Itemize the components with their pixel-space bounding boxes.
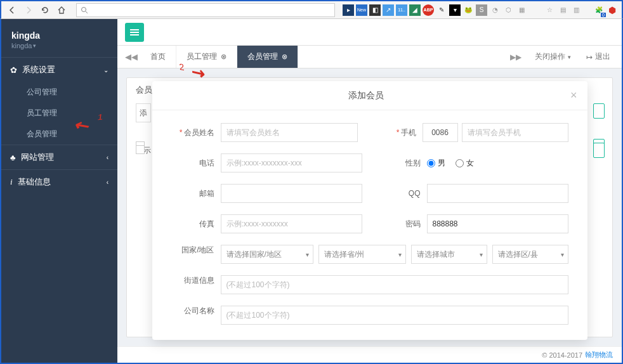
menu-system-settings[interactable]: ✿ 系统设置 ⌄: [1, 58, 117, 82]
content: 会员 添 显示 ↘2 ↖1: [117, 68, 622, 346]
ext-icon[interactable]: ⬢: [607, 4, 618, 16]
district-select[interactable]: 请选择区/县: [492, 245, 568, 264]
footer-link[interactable]: 翰翔物流: [585, 350, 613, 360]
sidebar: kingda kingda▾ ✿ 系统设置 ⌄ 公司管理 员工管理 会员管理 ♣…: [1, 19, 117, 363]
ext-icon[interactable]: S: [476, 4, 487, 16]
reload-button[interactable]: [38, 3, 52, 17]
company-label: 公司名称: [171, 306, 221, 325]
modal-title: 添加会员: [162, 90, 570, 101]
password-input[interactable]: [427, 214, 568, 233]
back-button[interactable]: [5, 3, 19, 17]
ext-icon[interactable]: 🐸: [462, 4, 474, 16]
tab-staff[interactable]: 员工管理⊗: [176, 46, 237, 68]
tabs-prev-button[interactable]: ◀◀: [122, 46, 140, 68]
tab-label: 首页: [150, 51, 166, 62]
phone-input[interactable]: [221, 153, 362, 172]
chevron-left-icon: ‹: [107, 179, 108, 186]
add-member-modal: 添加会员 × *会员姓名 *手机 0086: [152, 81, 587, 340]
ext-icon[interactable]: ABP: [423, 4, 434, 16]
ext-icon[interactable]: 0🧩: [593, 4, 605, 16]
ext-icon[interactable]: ▥: [570, 4, 582, 16]
brand-name: kingda: [11, 30, 107, 41]
browser-toolbar: ▸ New ◧ ↗ 11.. ◢ ABP ✎ ▾ 🐸 S ◔ ⬡ ▦ ☆ ▤ ▥…: [0, 0, 623, 19]
company-input[interactable]: [221, 306, 568, 325]
svg-line-1: [86, 11, 88, 13]
main-area: ◀◀ 首页 员工管理⊗ 会员管理⊗ ▶▶ 关闭操作▾ ↦退出 会员 添: [117, 19, 622, 363]
ext-icon[interactable]: ▾: [449, 4, 461, 16]
qq-label: QQ: [377, 189, 427, 198]
menu-label: 基础信息: [18, 176, 51, 188]
country-select[interactable]: 请选择国家/地区: [221, 245, 313, 264]
extension-icons: ▸ New ◧ ↗ 11.. ◢ ABP ✎ ▾ 🐸 S ◔ ⬡ ▦ ☆ ▤ ▥…: [343, 4, 618, 16]
tab-label: 会员管理: [247, 51, 278, 62]
ext-icon[interactable]: ⬡: [502, 4, 514, 16]
region-label: 国家/地区: [171, 245, 221, 264]
menu-item-member[interactable]: 会员管理: [1, 124, 117, 145]
ext-icon[interactable]: ▦: [516, 4, 527, 16]
forward-button[interactable]: [22, 3, 36, 17]
mobile-prefix[interactable]: 0086: [423, 123, 458, 142]
brand: kingda kingda▾: [1, 19, 117, 57]
info-icon: i: [10, 177, 13, 187]
name-input[interactable]: [221, 123, 358, 142]
email-label: 邮箱: [171, 188, 221, 199]
bookmark-icon[interactable]: ☆: [544, 4, 555, 16]
sitemap-icon: ♣: [10, 153, 16, 162]
ext-icon[interactable]: ◢: [409, 4, 421, 16]
modal-body: *会员姓名 *手机 0086: [152, 110, 587, 340]
close-operations[interactable]: 关闭操作▾: [530, 51, 576, 62]
chevron-down-icon: ⌄: [103, 67, 108, 74]
menu-website[interactable]: ♣ 网站管理 ‹: [1, 145, 117, 169]
hamburger-button[interactable]: [125, 23, 144, 42]
mobile-label: *手机: [373, 127, 423, 138]
menu-label: 网站管理: [21, 152, 54, 163]
fax-input[interactable]: [221, 214, 362, 233]
password-label: 密码: [377, 219, 427, 230]
street-label: 街道信息: [171, 275, 221, 294]
menu-label: 系统设置: [22, 64, 55, 75]
topbar: [117, 19, 622, 46]
menu-base-info[interactable]: i 基础信息 ‹: [1, 170, 117, 194]
menu-item-company[interactable]: 公司管理: [1, 82, 117, 103]
tab-home[interactable]: 首页: [140, 46, 176, 68]
province-select[interactable]: 请选择省/州: [318, 245, 406, 264]
tabbar: ◀◀ 首页 员工管理⊗ 会员管理⊗ ▶▶ 关闭操作▾ ↦退出: [117, 46, 622, 68]
url-bar[interactable]: [76, 3, 335, 17]
gender-male-radio[interactable]: 男: [427, 158, 445, 169]
city-select[interactable]: 请选择城市: [411, 245, 487, 264]
name-label: *会员姓名: [171, 127, 221, 138]
logout-icon: ↦: [586, 53, 593, 62]
mobile-input[interactable]: [462, 123, 568, 142]
gear-icon: ✿: [10, 65, 17, 75]
brand-subtitle[interactable]: kingda▾: [11, 42, 107, 49]
tabs-next-button[interactable]: ▶▶: [507, 53, 525, 62]
modal-overlay: 添加会员 × *会员姓名 *手机 0086: [117, 68, 622, 346]
street-input[interactable]: [221, 275, 568, 294]
qq-input[interactable]: [427, 184, 568, 203]
ext-icon[interactable]: 11..: [396, 4, 407, 16]
ext-icon[interactable]: ▸: [343, 4, 354, 16]
home-button[interactable]: [55, 3, 69, 17]
footer: © 2014-2017 翰翔物流: [117, 346, 622, 363]
gender-female-radio[interactable]: 女: [456, 158, 474, 169]
menu-item-staff[interactable]: 员工管理: [1, 103, 117, 124]
ext-icon[interactable]: ◧: [369, 4, 381, 16]
tab-member[interactable]: 会员管理⊗: [237, 46, 298, 68]
ext-icon[interactable]: ◔: [489, 4, 501, 16]
modal-close-button[interactable]: ×: [570, 89, 577, 102]
ext-icon[interactable]: ↗: [383, 4, 394, 16]
ext-icon[interactable]: New: [356, 4, 367, 16]
ext-icon[interactable]: ✎: [436, 4, 447, 16]
close-icon[interactable]: ⊗: [282, 53, 287, 61]
svg-point-0: [82, 7, 86, 11]
ext-icon[interactable]: ▤: [557, 4, 568, 16]
phone-label: 电话: [171, 158, 221, 169]
email-input[interactable]: [221, 184, 362, 203]
fax-label: 传真: [171, 219, 221, 230]
chevron-left-icon: ‹: [107, 154, 108, 161]
modal-header: 添加会员 ×: [152, 81, 587, 110]
close-icon[interactable]: ⊗: [221, 53, 226, 61]
search-icon: [81, 6, 88, 14]
tab-label: 员工管理: [187, 51, 217, 62]
logout-button[interactable]: ↦退出: [581, 51, 615, 62]
